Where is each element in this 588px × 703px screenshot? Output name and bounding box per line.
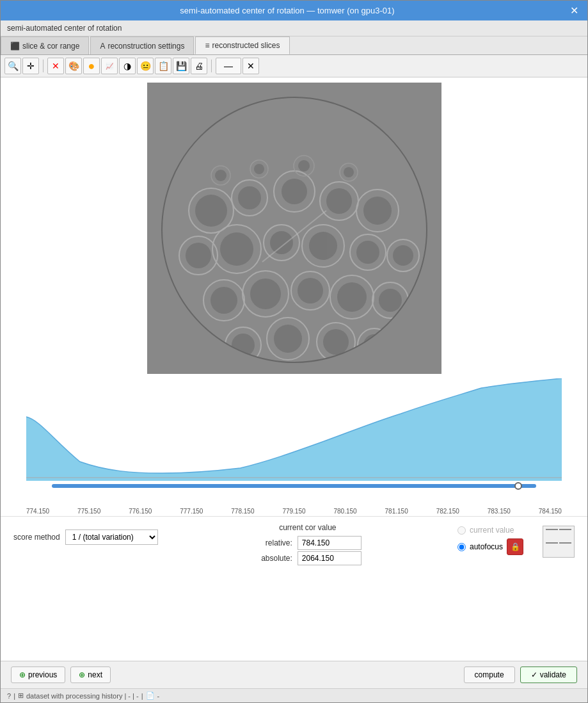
next-icon: ⊕ (79, 670, 85, 679)
grid-cell-1 (546, 529, 558, 530)
svg-point-29 (250, 279, 281, 309)
palette-tool[interactable]: 🎨 (65, 58, 82, 74)
x-label-1: 775.150 (77, 508, 100, 515)
status-sep-1: | (13, 692, 15, 700)
grid-view-button[interactable] (543, 526, 575, 558)
score-method-select[interactable]: 1 / (total variation) total variation st… (65, 529, 158, 545)
svg-point-23 (356, 241, 379, 264)
tab-recon-slices-icon: ≡ (205, 41, 209, 50)
grid-cell-3 (546, 542, 558, 544)
svg-point-13 (363, 197, 392, 225)
image-area (1, 77, 587, 378)
current-value-radio[interactable] (457, 526, 466, 535)
line-tool[interactable]: — (216, 58, 241, 74)
status-dash: - (157, 692, 160, 700)
close2-tool[interactable]: ✕ (242, 58, 259, 74)
svg-point-21 (309, 232, 337, 260)
score-method-group: score method 1 / (total variation) total… (13, 529, 158, 545)
close-button[interactable]: ✕ (568, 4, 581, 17)
tab-recon-slices-label: reconstructed slices (212, 41, 280, 50)
x-label-5: 779.150 (282, 508, 305, 515)
status-sep-2: | (141, 692, 143, 700)
nav-buttons: ⊕ previous ⊕ next (11, 667, 111, 683)
action-buttons: compute ✓ validate (464, 667, 577, 683)
x-label-8: 782.150 (436, 508, 459, 515)
main-window: semi-automated center of rotation — tomw… (0, 0, 588, 703)
slider-row (26, 483, 562, 489)
print-tool[interactable]: 🖨 (191, 58, 207, 74)
absolute-input[interactable] (298, 551, 362, 565)
help-icon[interactable]: ? (7, 692, 11, 700)
cor-value-title: current cor value (254, 523, 362, 532)
controls-area: score method 1 / (total variation) total… (1, 516, 587, 572)
svg-point-7 (238, 186, 261, 209)
tab-slice-cor-label: slice & cor range (22, 42, 79, 51)
previous-label: previous (28, 670, 57, 679)
cor-slider[interactable] (52, 484, 536, 488)
autofocus-row: autofocus 🔒 (457, 538, 523, 555)
toolbar: 🔍 ✛ ✕ 🎨 ● 📈 ◑ 😐 📋 💾 🖨 — ✕ (1, 55, 587, 77)
cross-tool[interactable]: ✕ (47, 58, 64, 74)
pan-tool[interactable]: ✛ (22, 58, 39, 74)
toolbar-sep-1 (43, 60, 44, 72)
x-label-7: 781.150 (385, 508, 408, 515)
svg-point-46 (215, 170, 226, 181)
contrast-tool[interactable]: ◑ (119, 58, 136, 74)
cor-value-group: current cor value relative: absolute: (254, 523, 362, 565)
save-tool[interactable]: 💾 (173, 58, 189, 74)
relative-row: relative: (254, 536, 362, 550)
svg-point-17 (220, 232, 253, 266)
autofocus-radio[interactable] (457, 543, 466, 551)
tabs-bar: ⬛ slice & cor range A reconstruction set… (1, 36, 587, 55)
zoom-tool[interactable]: 🔍 (4, 58, 21, 74)
x-label-0: 774.150 (26, 508, 49, 515)
svg-point-5 (195, 195, 227, 227)
lock-button[interactable]: 🔒 (507, 538, 523, 555)
svg-point-25 (393, 245, 413, 266)
x-label-10: 784.150 (539, 508, 562, 515)
toolbar-sep-2 (211, 60, 212, 72)
svg-point-35 (379, 289, 402, 312)
face-tool[interactable]: 😐 (137, 58, 154, 74)
validate-button[interactable]: ✓ validate (520, 667, 577, 683)
current-value-row: current value (457, 526, 523, 535)
validate-icon: ✓ (531, 670, 537, 679)
dataset-icon: ⊞ (18, 691, 24, 700)
status-text: dataset with processing history | - | - (26, 692, 139, 700)
tab-recon-settings-label: reconstruction settings (107, 42, 184, 51)
tab-slice-cor[interactable]: ⬛ slice & cor range (1, 36, 89, 54)
tab-recon-slices[interactable]: ≡ reconstructed slices (195, 36, 289, 54)
svg-point-50 (298, 160, 310, 172)
svg-point-52 (344, 167, 354, 177)
main-content: 774.150 775.150 776.150 777.150 778.150 … (1, 77, 587, 661)
svg-point-19 (270, 231, 293, 254)
tab-recon-settings[interactable]: A reconstruction settings (90, 36, 194, 54)
circle-tool[interactable]: ● (83, 58, 100, 74)
x-label-4: 778.150 (231, 508, 254, 515)
tomo-svg (147, 83, 441, 374)
subtitle-text: semi-automated center of rotation (7, 24, 122, 33)
absolute-row: absolute: (254, 551, 362, 565)
svg-point-11 (326, 188, 352, 214)
bottom-bar: ⊕ previous ⊕ next compute ✓ validate (1, 661, 587, 688)
chart-tool[interactable]: 📈 (101, 58, 118, 74)
copy-tool[interactable]: 📋 (155, 58, 171, 74)
tab-slice-cor-icon: ⬛ (10, 42, 20, 51)
grid-cell-2 (559, 529, 571, 530)
next-label: next (88, 670, 102, 679)
grid-cell-4 (559, 542, 571, 544)
compute-button[interactable]: compute (464, 667, 515, 683)
titlebar: semi-automated center of rotation — tomw… (1, 1, 587, 20)
previous-button[interactable]: ⊕ previous (11, 667, 65, 683)
relative-label: relative: (254, 538, 292, 547)
x-label-3: 777.150 (180, 508, 203, 515)
x-label-9: 783.150 (488, 508, 511, 515)
chart-area (1, 378, 587, 506)
autofocus-label: autofocus (470, 542, 503, 551)
relative-input[interactable] (298, 536, 362, 550)
svg-point-9 (282, 179, 307, 204)
tomo-image (147, 83, 441, 374)
svg-point-31 (298, 278, 323, 303)
svg-point-27 (211, 287, 237, 314)
next-button[interactable]: ⊕ next (70, 667, 111, 683)
